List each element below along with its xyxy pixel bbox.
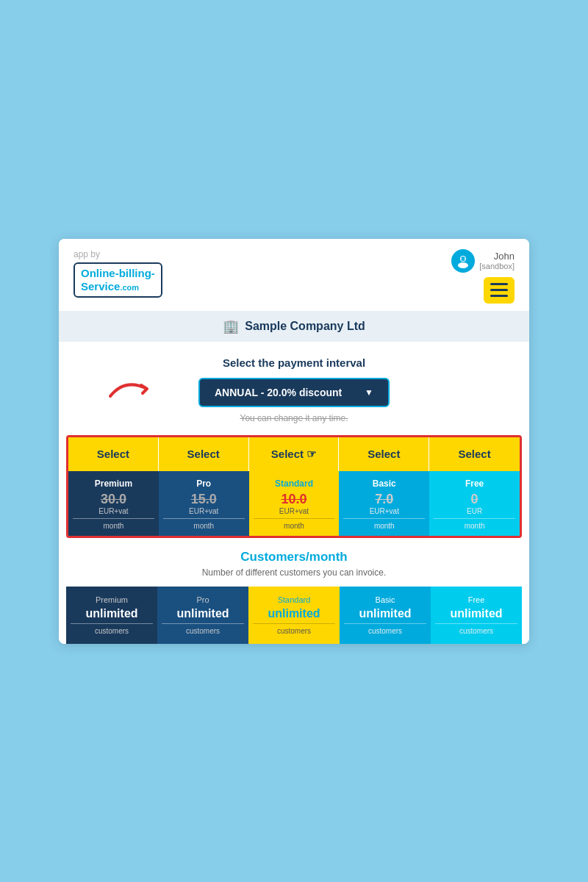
interval-label: ANNUAL - 20.0% discount [215, 387, 342, 398]
plan-basic-price: 7.0 [343, 492, 425, 507]
menu-line2 [490, 289, 508, 291]
plan-free-price: 0 [434, 492, 515, 507]
feat-free: Free unlimited customers [431, 587, 522, 644]
plan-basic: Basic 7.0 EUR+vat month [339, 471, 429, 536]
feat-basic-value: unlimited [344, 607, 426, 620]
plan-pro: Pro 15.0 EUR+vat month [159, 471, 249, 536]
plan-free-period: month [434, 518, 515, 530]
logo-line1: Online-billing- [81, 267, 155, 279]
header-right: John [sandbox] [451, 249, 514, 304]
logo-line2: Service [81, 280, 120, 293]
plan-standard-name: Standard [254, 478, 335, 489]
feat-premium-unit: customers [71, 623, 153, 635]
plan-header-row: Premium 30.0 EUR+vat month Pro 15.0 EUR+… [68, 471, 520, 536]
feat-premium: Premium unlimited customers [66, 587, 157, 644]
payment-title: Select the payment interval [81, 356, 507, 369]
select-row: Select Select Select ☞ Select Select [68, 437, 520, 471]
plans-highlight: Select Select Select ☞ Select Select Pre… [66, 435, 522, 538]
feat-standard-unit: customers [253, 623, 335, 635]
sandbox-label: [sandbox] [479, 262, 514, 270]
feature-description: Number of different customers you can in… [66, 567, 522, 578]
header: app by Online-billing- Service.com [59, 239, 529, 311]
company-bar: 🏢 Sample Company Ltd [59, 311, 529, 342]
feat-basic-label: Basic [344, 595, 426, 604]
menu-line1 [490, 283, 508, 285]
logo-area: app by Online-billing- Service.com [74, 249, 162, 298]
feat-pro-unit: customers [162, 623, 244, 635]
user-icon [456, 254, 470, 268]
feat-standard: Standard unlimited customers [248, 587, 340, 644]
building-icon: 🏢 [223, 318, 239, 334]
plan-standard-price: 10.0 [254, 492, 335, 507]
interval-row: ANNUAL - 20.0% discount ▼ [81, 378, 507, 407]
chevron-down-icon: ▼ [365, 387, 373, 398]
plan-standard-currency: EUR+vat [254, 507, 335, 515]
select-free-button[interactable]: Select [429, 437, 520, 471]
main-card: app by Online-billing- Service.com [59, 239, 529, 644]
feat-pro: Pro unlimited customers [157, 587, 248, 644]
feat-premium-value: unlimited [71, 607, 153, 620]
feat-pro-value: unlimited [162, 607, 244, 620]
select-pro-button[interactable]: Select [159, 437, 249, 471]
company-name: Sample Company Ltd [245, 320, 365, 333]
user-avatar [451, 249, 475, 273]
feat-basic: Basic unlimited customers [340, 587, 431, 644]
logo-box: Online-billing- Service.com [74, 262, 162, 298]
feature-row: Premium unlimited customers Pro unlimite… [66, 587, 522, 644]
svg-point-3 [461, 258, 462, 259]
select-basic-button[interactable]: Select [339, 437, 429, 471]
menu-button[interactable] [484, 277, 514, 304]
plan-premium: Premium 30.0 EUR+vat month [68, 471, 159, 536]
plan-basic-name: Basic [343, 478, 425, 489]
plan-free-name: Free [434, 478, 515, 489]
menu-line3 [490, 295, 508, 297]
feat-standard-value: unlimited [253, 607, 335, 620]
feat-free-value: unlimited [435, 607, 517, 620]
user-info: John [sandbox] [479, 251, 514, 270]
plan-premium-period: month [73, 518, 154, 530]
plan-pro-period: month [163, 518, 245, 530]
feat-premium-label: Premium [71, 595, 153, 604]
feat-free-unit: customers [435, 623, 517, 635]
plan-standard-period: month [254, 518, 335, 530]
user-name-label: John [479, 251, 514, 262]
payment-section: Select the payment interval ANNUAL - 20.… [59, 342, 529, 435]
feat-pro-label: Pro [162, 595, 244, 604]
select-premium-button[interactable]: Select [68, 437, 159, 471]
red-arrow-icon [103, 374, 169, 404]
plan-standard: Standard 10.0 EUR+vat month [249, 471, 340, 536]
interval-dropdown[interactable]: ANNUAL - 20.0% discount ▼ [198, 378, 390, 407]
change-notice: You can change it any time. [81, 413, 507, 423]
plan-premium-price: 30.0 [73, 492, 154, 507]
select-standard-button[interactable]: Select ☞ [249, 437, 340, 471]
feature-section: Customers/month Number of different cust… [59, 538, 529, 644]
feature-title: Customers/month [66, 550, 522, 564]
plan-free: Free 0 EUR month [429, 471, 520, 536]
plan-premium-currency: EUR+vat [73, 507, 154, 515]
logo-text: Online-billing- Service.com [81, 267, 155, 293]
user-badge: John [sandbox] [451, 249, 514, 273]
plan-pro-currency: EUR+vat [163, 507, 245, 515]
plan-basic-period: month [343, 518, 425, 530]
plan-basic-currency: EUR+vat [343, 507, 425, 515]
plan-free-currency: EUR [434, 507, 515, 515]
svg-point-1 [458, 262, 468, 268]
plan-pro-price: 15.0 [163, 492, 245, 507]
app-by-label: app by [74, 249, 162, 259]
logo-com: .com [120, 283, 139, 292]
plan-pro-name: Pro [163, 478, 245, 489]
plan-premium-name: Premium [73, 478, 154, 489]
feat-free-label: Free [435, 595, 517, 604]
feat-basic-unit: customers [344, 623, 426, 635]
feat-standard-label: Standard [253, 595, 335, 604]
svg-point-4 [464, 258, 465, 259]
